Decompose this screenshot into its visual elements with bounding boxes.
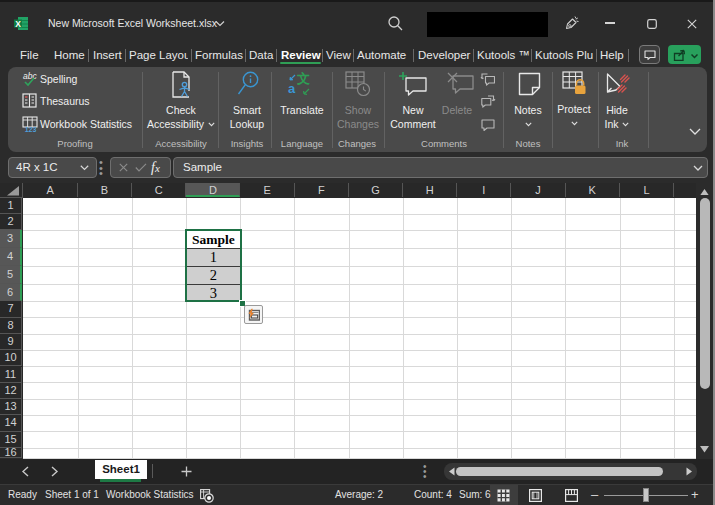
svg-text:123: 123 (25, 126, 37, 132)
svg-text:abc: abc (23, 71, 37, 81)
svg-text:X: X (15, 19, 21, 29)
svg-text:文: 文 (296, 72, 310, 86)
svg-text:a: a (288, 81, 296, 96)
